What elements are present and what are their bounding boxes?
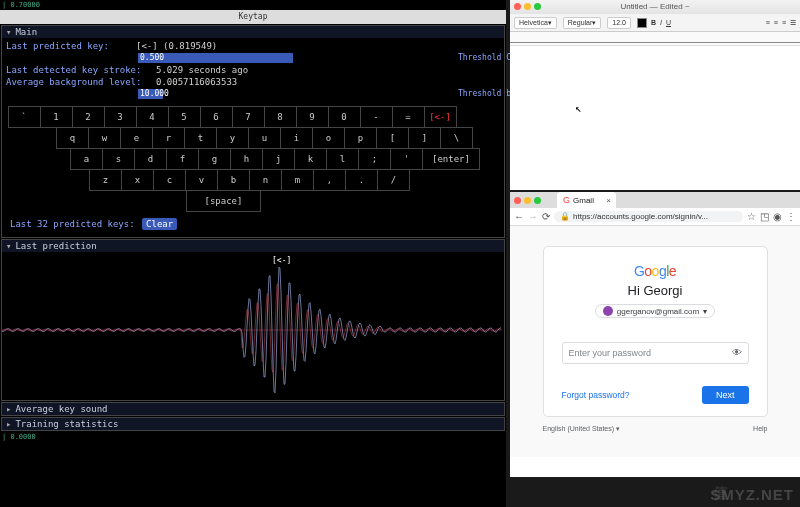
language-select[interactable]: English (United States) ▾ xyxy=(543,425,621,433)
key-i[interactable]: i xyxy=(280,127,313,149)
key-m[interactable]: m xyxy=(281,169,314,191)
main-header: Main xyxy=(15,27,37,37)
align-left-icon[interactable]: ≡ xyxy=(766,19,770,26)
align-center-icon[interactable]: ≡ xyxy=(774,19,778,26)
key-w[interactable]: w xyxy=(88,127,121,149)
key-[interactable]: . xyxy=(345,169,378,191)
key-[interactable]: = xyxy=(392,106,425,128)
key-[interactable]: ; xyxy=(358,148,391,170)
eye-icon[interactable]: 👁 xyxy=(732,347,742,358)
chevron-right-icon[interactable]: ▸ xyxy=(6,419,11,429)
next-button[interactable]: Next xyxy=(702,386,749,404)
forgot-link[interactable]: Forgot password? xyxy=(562,390,630,400)
greeting: Hi Georgi xyxy=(628,283,683,298)
key-[interactable]: \ xyxy=(440,127,473,149)
star-icon[interactable]: ☆ xyxy=(747,211,756,222)
key-j[interactable]: j xyxy=(262,148,295,170)
key-d[interactable]: d xyxy=(134,148,167,170)
profile-icon[interactable]: ◉ xyxy=(773,211,782,222)
key-z[interactable]: z xyxy=(89,169,122,191)
key-5[interactable]: 5 xyxy=(168,106,201,128)
key-[interactable]: , xyxy=(313,169,346,191)
main-section: ▾Main Last predicted key: [<-] (0.819549… xyxy=(1,25,505,238)
gmail-icon: G xyxy=(563,195,570,205)
key-l[interactable]: l xyxy=(326,148,359,170)
threshold-bg-slider[interactable]: 10.000 Threshold background xyxy=(138,89,448,99)
key-0[interactable]: 0 xyxy=(328,106,361,128)
key-g[interactable]: g xyxy=(198,148,231,170)
key-k[interactable]: k xyxy=(294,148,327,170)
align-right-icon[interactable]: ≡ xyxy=(782,19,786,26)
traffic-lights[interactable] xyxy=(514,3,541,10)
key-[interactable]: [<-] xyxy=(424,106,457,128)
italic-icon[interactable]: I xyxy=(660,19,662,26)
key-space[interactable]: [space] xyxy=(186,190,261,212)
key-f[interactable]: f xyxy=(166,148,199,170)
tab-gmail[interactable]: G Gmail × xyxy=(557,192,616,208)
key-b[interactable]: b xyxy=(217,169,250,191)
training-section: ▸Training statistics xyxy=(1,417,505,431)
chevron-right-icon[interactable]: ▸ xyxy=(6,404,11,414)
key-a[interactable]: a xyxy=(70,148,103,170)
clear-button[interactable]: Clear xyxy=(142,218,177,230)
key-[interactable]: - xyxy=(360,106,393,128)
color-picker-icon[interactable] xyxy=(637,18,647,28)
list-icon[interactable]: ☰ xyxy=(790,19,796,27)
key-q[interactable]: q xyxy=(56,127,89,149)
forward-icon[interactable]: → xyxy=(528,211,538,222)
key-[interactable]: [ xyxy=(376,127,409,149)
last-key-label: Last predicted key: xyxy=(6,41,126,51)
key-[interactable]: ] xyxy=(408,127,441,149)
extension-icon[interactable]: ◳ xyxy=(760,211,769,222)
key-2[interactable]: 2 xyxy=(72,106,105,128)
key-h[interactable]: h xyxy=(230,148,263,170)
threshold-cc-label: Threshold CC xyxy=(458,53,516,62)
key-[interactable]: ' xyxy=(390,148,423,170)
style-select[interactable]: Regular ▾ xyxy=(563,17,602,29)
key-6[interactable]: 6 xyxy=(200,106,233,128)
back-icon[interactable]: ← xyxy=(514,211,524,222)
cursor-icon: ↖ xyxy=(575,102,582,115)
key-[interactable]: / xyxy=(377,169,410,191)
key-p[interactable]: p xyxy=(344,127,377,149)
key-7[interactable]: 7 xyxy=(232,106,265,128)
key-u[interactable]: u xyxy=(248,127,281,149)
key-y[interactable]: y xyxy=(216,127,249,149)
key-e[interactable]: e xyxy=(120,127,153,149)
key-enter[interactable]: [enter] xyxy=(422,148,480,170)
key-o[interactable]: o xyxy=(312,127,345,149)
key-s[interactable]: s xyxy=(102,148,135,170)
password-input[interactable]: Enter your password 👁 xyxy=(562,342,749,364)
lock-icon: 🔒 xyxy=(560,212,570,221)
traffic-lights[interactable] xyxy=(514,197,541,204)
underline-icon[interactable]: U xyxy=(666,19,671,26)
virtual-keyboard: `1234567890-=[<-] qwertyuiop[]\ asdfghjk… xyxy=(8,106,498,211)
bold-icon[interactable]: B xyxy=(651,19,656,26)
avatar-icon xyxy=(603,306,613,316)
font-select[interactable]: Helvetica ▾ xyxy=(514,17,557,29)
key-r[interactable]: r xyxy=(152,127,185,149)
help-link[interactable]: Help xyxy=(753,425,767,433)
key-v[interactable]: v xyxy=(185,169,218,191)
key-8[interactable]: 8 xyxy=(264,106,297,128)
reload-icon[interactable]: ⟳ xyxy=(542,211,550,222)
chevron-down-icon[interactable]: ▾ xyxy=(6,27,11,37)
key-c[interactable]: c xyxy=(153,169,186,191)
key-9[interactable]: 9 xyxy=(296,106,329,128)
key-3[interactable]: 3 xyxy=(104,106,137,128)
key-[interactable]: ` xyxy=(8,106,41,128)
size-select[interactable]: 12.0 xyxy=(607,17,631,29)
close-icon[interactable]: × xyxy=(606,196,611,205)
key-t[interactable]: t xyxy=(184,127,217,149)
stats-bottom: | 0.0000 xyxy=(0,432,506,442)
chevron-down-icon[interactable]: ▾ xyxy=(6,241,11,251)
menu-icon[interactable]: ⋮ xyxy=(786,211,796,222)
key-1[interactable]: 1 xyxy=(40,106,73,128)
key-4[interactable]: 4 xyxy=(136,106,169,128)
address-input[interactable]: 🔒 https://accounts.google.com/signin/v..… xyxy=(554,211,743,222)
document-body[interactable]: ↖ xyxy=(510,46,800,186)
key-n[interactable]: n xyxy=(249,169,282,191)
key-x[interactable]: x xyxy=(121,169,154,191)
threshold-cc-slider[interactable]: 0.500 Threshold CC xyxy=(138,53,448,63)
account-chip[interactable]: ggerganov@gmail.com ▾ xyxy=(595,304,715,318)
